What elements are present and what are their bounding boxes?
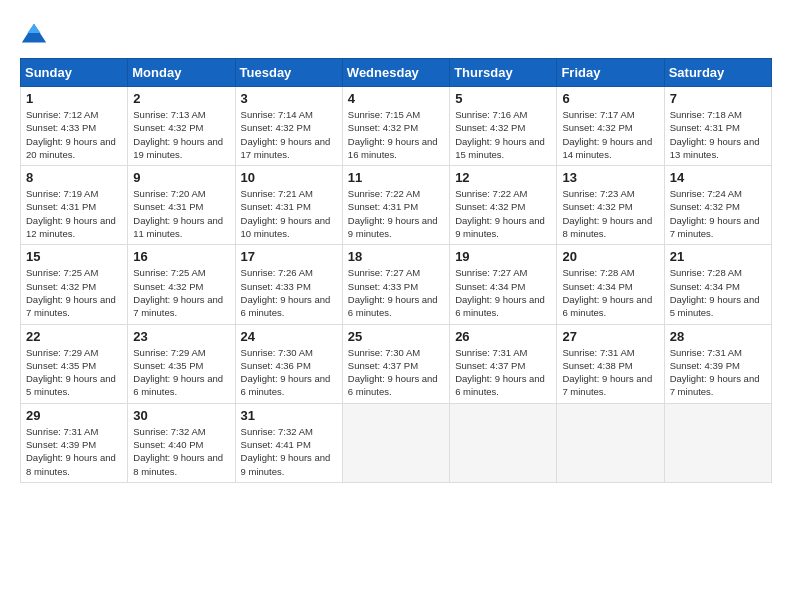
day-info: Sunrise: 7:21 AMSunset: 4:31 PMDaylight:…: [241, 187, 337, 240]
day-number: 17: [241, 249, 337, 264]
day-number: 11: [348, 170, 444, 185]
day-info: Sunrise: 7:32 AMSunset: 4:40 PMDaylight:…: [133, 425, 229, 478]
day-info: Sunrise: 7:22 AMSunset: 4:31 PMDaylight:…: [348, 187, 444, 240]
calendar-week-5: 29 Sunrise: 7:31 AMSunset: 4:39 PMDaylig…: [21, 403, 772, 482]
day-number: 22: [26, 329, 122, 344]
calendar-cell: 20 Sunrise: 7:28 AMSunset: 4:34 PMDaylig…: [557, 245, 664, 324]
weekday-header-monday: Monday: [128, 59, 235, 87]
day-info: Sunrise: 7:17 AMSunset: 4:32 PMDaylight:…: [562, 108, 658, 161]
calendar-cell: 24 Sunrise: 7:30 AMSunset: 4:36 PMDaylig…: [235, 324, 342, 403]
day-number: 2: [133, 91, 229, 106]
calendar-cell: 14 Sunrise: 7:24 AMSunset: 4:32 PMDaylig…: [664, 166, 771, 245]
day-info: Sunrise: 7:30 AMSunset: 4:36 PMDaylight:…: [241, 346, 337, 399]
day-number: 7: [670, 91, 766, 106]
logo: [20, 20, 52, 48]
calendar-week-1: 1 Sunrise: 7:12 AMSunset: 4:33 PMDayligh…: [21, 87, 772, 166]
calendar-cell: [342, 403, 449, 482]
calendar-cell: 6 Sunrise: 7:17 AMSunset: 4:32 PMDayligh…: [557, 87, 664, 166]
svg-marker-1: [27, 24, 40, 33]
calendar-cell: 4 Sunrise: 7:15 AMSunset: 4:32 PMDayligh…: [342, 87, 449, 166]
day-number: 24: [241, 329, 337, 344]
weekday-header-tuesday: Tuesday: [235, 59, 342, 87]
day-info: Sunrise: 7:27 AMSunset: 4:33 PMDaylight:…: [348, 266, 444, 319]
day-number: 19: [455, 249, 551, 264]
day-info: Sunrise: 7:29 AMSunset: 4:35 PMDaylight:…: [133, 346, 229, 399]
calendar-cell: 27 Sunrise: 7:31 AMSunset: 4:38 PMDaylig…: [557, 324, 664, 403]
day-info: Sunrise: 7:28 AMSunset: 4:34 PMDaylight:…: [670, 266, 766, 319]
day-number: 25: [348, 329, 444, 344]
day-info: Sunrise: 7:25 AMSunset: 4:32 PMDaylight:…: [133, 266, 229, 319]
day-info: Sunrise: 7:18 AMSunset: 4:31 PMDaylight:…: [670, 108, 766, 161]
weekday-header-sunday: Sunday: [21, 59, 128, 87]
day-info: Sunrise: 7:14 AMSunset: 4:32 PMDaylight:…: [241, 108, 337, 161]
calendar-week-4: 22 Sunrise: 7:29 AMSunset: 4:35 PMDaylig…: [21, 324, 772, 403]
calendar-cell: 15 Sunrise: 7:25 AMSunset: 4:32 PMDaylig…: [21, 245, 128, 324]
day-info: Sunrise: 7:31 AMSunset: 4:38 PMDaylight:…: [562, 346, 658, 399]
calendar-cell: 17 Sunrise: 7:26 AMSunset: 4:33 PMDaylig…: [235, 245, 342, 324]
page-header: [20, 20, 772, 48]
day-info: Sunrise: 7:30 AMSunset: 4:37 PMDaylight:…: [348, 346, 444, 399]
calendar-cell: 26 Sunrise: 7:31 AMSunset: 4:37 PMDaylig…: [450, 324, 557, 403]
calendar-week-2: 8 Sunrise: 7:19 AMSunset: 4:31 PMDayligh…: [21, 166, 772, 245]
day-number: 13: [562, 170, 658, 185]
day-number: 15: [26, 249, 122, 264]
day-number: 9: [133, 170, 229, 185]
calendar-cell: 5 Sunrise: 7:16 AMSunset: 4:32 PMDayligh…: [450, 87, 557, 166]
calendar-cell: 8 Sunrise: 7:19 AMSunset: 4:31 PMDayligh…: [21, 166, 128, 245]
day-number: 10: [241, 170, 337, 185]
day-number: 21: [670, 249, 766, 264]
calendar-cell: 30 Sunrise: 7:32 AMSunset: 4:40 PMDaylig…: [128, 403, 235, 482]
weekday-header-thursday: Thursday: [450, 59, 557, 87]
calendar-cell: 21 Sunrise: 7:28 AMSunset: 4:34 PMDaylig…: [664, 245, 771, 324]
calendar-header-row: SundayMondayTuesdayWednesdayThursdayFrid…: [21, 59, 772, 87]
calendar-cell: 12 Sunrise: 7:22 AMSunset: 4:32 PMDaylig…: [450, 166, 557, 245]
calendar-cell: [450, 403, 557, 482]
day-number: 5: [455, 91, 551, 106]
day-number: 4: [348, 91, 444, 106]
calendar-cell: 1 Sunrise: 7:12 AMSunset: 4:33 PMDayligh…: [21, 87, 128, 166]
calendar-cell: 31 Sunrise: 7:32 AMSunset: 4:41 PMDaylig…: [235, 403, 342, 482]
day-info: Sunrise: 7:12 AMSunset: 4:33 PMDaylight:…: [26, 108, 122, 161]
day-number: 8: [26, 170, 122, 185]
calendar-cell: 3 Sunrise: 7:14 AMSunset: 4:32 PMDayligh…: [235, 87, 342, 166]
day-info: Sunrise: 7:31 AMSunset: 4:39 PMDaylight:…: [26, 425, 122, 478]
day-number: 3: [241, 91, 337, 106]
day-info: Sunrise: 7:23 AMSunset: 4:32 PMDaylight:…: [562, 187, 658, 240]
day-info: Sunrise: 7:27 AMSunset: 4:34 PMDaylight:…: [455, 266, 551, 319]
calendar-cell: 16 Sunrise: 7:25 AMSunset: 4:32 PMDaylig…: [128, 245, 235, 324]
calendar-cell: 7 Sunrise: 7:18 AMSunset: 4:31 PMDayligh…: [664, 87, 771, 166]
logo-icon: [20, 20, 48, 48]
calendar-cell: 25 Sunrise: 7:30 AMSunset: 4:37 PMDaylig…: [342, 324, 449, 403]
calendar-cell: [557, 403, 664, 482]
day-info: Sunrise: 7:13 AMSunset: 4:32 PMDaylight:…: [133, 108, 229, 161]
day-info: Sunrise: 7:25 AMSunset: 4:32 PMDaylight:…: [26, 266, 122, 319]
day-number: 23: [133, 329, 229, 344]
day-info: Sunrise: 7:32 AMSunset: 4:41 PMDaylight:…: [241, 425, 337, 478]
calendar-cell: 10 Sunrise: 7:21 AMSunset: 4:31 PMDaylig…: [235, 166, 342, 245]
calendar-cell: 13 Sunrise: 7:23 AMSunset: 4:32 PMDaylig…: [557, 166, 664, 245]
calendar-cell: 2 Sunrise: 7:13 AMSunset: 4:32 PMDayligh…: [128, 87, 235, 166]
weekday-header-saturday: Saturday: [664, 59, 771, 87]
calendar-cell: [664, 403, 771, 482]
calendar-week-3: 15 Sunrise: 7:25 AMSunset: 4:32 PMDaylig…: [21, 245, 772, 324]
day-number: 28: [670, 329, 766, 344]
calendar-cell: 23 Sunrise: 7:29 AMSunset: 4:35 PMDaylig…: [128, 324, 235, 403]
day-info: Sunrise: 7:31 AMSunset: 4:37 PMDaylight:…: [455, 346, 551, 399]
day-number: 29: [26, 408, 122, 423]
day-info: Sunrise: 7:20 AMSunset: 4:31 PMDaylight:…: [133, 187, 229, 240]
calendar-cell: 18 Sunrise: 7:27 AMSunset: 4:33 PMDaylig…: [342, 245, 449, 324]
day-info: Sunrise: 7:26 AMSunset: 4:33 PMDaylight:…: [241, 266, 337, 319]
calendar-cell: 28 Sunrise: 7:31 AMSunset: 4:39 PMDaylig…: [664, 324, 771, 403]
day-number: 14: [670, 170, 766, 185]
calendar-cell: 9 Sunrise: 7:20 AMSunset: 4:31 PMDayligh…: [128, 166, 235, 245]
day-info: Sunrise: 7:15 AMSunset: 4:32 PMDaylight:…: [348, 108, 444, 161]
calendar-cell: 22 Sunrise: 7:29 AMSunset: 4:35 PMDaylig…: [21, 324, 128, 403]
weekday-header-wednesday: Wednesday: [342, 59, 449, 87]
day-number: 12: [455, 170, 551, 185]
day-number: 18: [348, 249, 444, 264]
day-info: Sunrise: 7:29 AMSunset: 4:35 PMDaylight:…: [26, 346, 122, 399]
day-number: 31: [241, 408, 337, 423]
day-number: 27: [562, 329, 658, 344]
calendar-cell: 19 Sunrise: 7:27 AMSunset: 4:34 PMDaylig…: [450, 245, 557, 324]
day-info: Sunrise: 7:22 AMSunset: 4:32 PMDaylight:…: [455, 187, 551, 240]
